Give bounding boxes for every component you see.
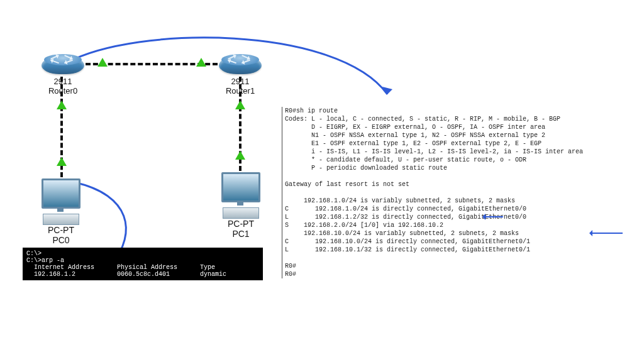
term-line: C:\> [26, 250, 42, 257]
cli-line: Gateway of last resort is not set [285, 181, 409, 188]
term-cell: 0060.5c8c.d401 [117, 271, 170, 278]
cli-line: C 192.168.10.0/24 is directly connected,… [285, 238, 530, 245]
cli-line: 192.168.1.0/24 is variably subnetted, 2 … [285, 197, 515, 204]
pc1-icon[interactable] [219, 172, 263, 219]
cli-line: E1 - OSPF external type 1, E2 - OSPF ext… [285, 140, 541, 147]
router0-icon[interactable] [42, 57, 84, 74]
cli-line: P - periodic downloaded static route [285, 165, 447, 172]
pc1-label: PC-PTPC1 [213, 219, 269, 239]
term-line: C:\>arp -a [26, 257, 64, 264]
cli-line: R0# [285, 263, 296, 270]
pc0-terminal: C:\> C:\>arp -a Internet Address Physica… [23, 248, 263, 280]
link-status-icon [196, 58, 206, 67]
router0-label: 2911Router0 [38, 77, 88, 96]
term-cell: dynamic [200, 271, 226, 278]
term-col: Type [200, 264, 215, 271]
cli-line: N1 - OSPF NSSA external type 1, N2 - OSP… [285, 132, 545, 139]
term-cell: 192.168.1.2 [26, 271, 75, 278]
highlight-arrow-icon [591, 233, 623, 234]
cli-line: R0#sh ip route [285, 107, 338, 114]
link-status-icon [235, 101, 245, 109]
cli-line: * - candidate default, U - per-user stat… [285, 156, 526, 163]
pc0-label: PC-PTPC0 [33, 225, 89, 245]
link-status-icon [97, 58, 108, 67]
term-col: Physical Address [117, 264, 177, 271]
cli-line: D - EIGRP, EX - EIGRP external, O - OSPF… [285, 124, 545, 131]
link-status-icon [57, 157, 67, 166]
cli-line: 192.168.10.0/24 is variably subnetted, 2… [285, 230, 519, 237]
router1-icon[interactable] [219, 57, 262, 74]
highlight-arrow-icon [484, 216, 503, 217]
cli-line: S 192.168.2.0/24 [1/0] via 192.168.10.2 [285, 222, 443, 229]
link-status-icon [235, 151, 245, 160]
cli-line: i - IS-IS, L1 - IS-IS level-1, L2 - IS-I… [285, 148, 583, 155]
link-status-icon [57, 101, 67, 109]
cli-line: C 192.168.1.0/24 is directly connected, … [285, 206, 526, 212]
topology-canvas: 2911Router0 2911Router1 PC-PTPC0 PC-PTPC… [0, 0, 644, 362]
cli-line: Codes: L - local, C - connected, S - sta… [285, 116, 560, 123]
cli-line: R0# [285, 271, 296, 278]
term-col: Internet Address [26, 264, 94, 271]
router0-cli-output: R0#sh ip route Codes: L - local, C - con… [282, 107, 637, 278]
pc0-icon[interactable] [39, 178, 83, 225]
cli-line: L 192.168.10.1/32 is directly connected,… [285, 246, 530, 253]
